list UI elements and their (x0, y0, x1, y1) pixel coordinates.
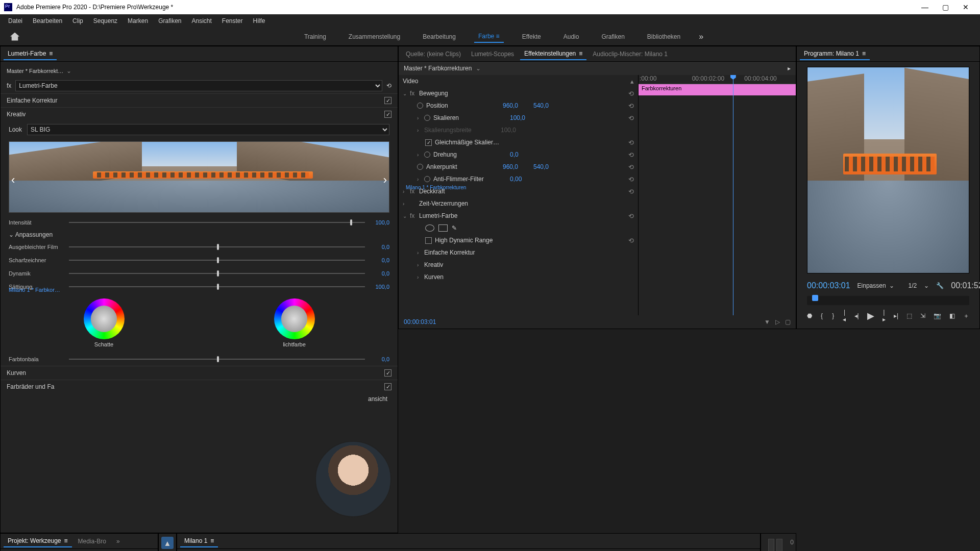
ec-ruler[interactable]: :00:0000:00:02:0000:00:04:00 (639, 75, 796, 84)
close-button[interactable]: ✕ (955, 3, 976, 11)
chevron-down-icon[interactable]: ⌄ (924, 282, 929, 289)
tab-menu-icon[interactable]: ≡ (579, 50, 582, 57)
menu-grafiken[interactable]: Grafiken (153, 15, 186, 27)
ec-clip-bar[interactable]: Farbkorrekturen (639, 84, 796, 95)
timeline-panel: Milano 1≡ 00:00:03:01 ※ ⊂ ▼ ⬣ 🔧 🔒V3▣👁 V1… (177, 533, 761, 551)
program-video[interactable] (807, 67, 969, 273)
menu-bearbeiten[interactable]: Bearbeiten (28, 15, 67, 27)
ws-bibliotheken[interactable]: Bibliotheken (643, 31, 684, 42)
resolution-dropdown[interactable]: 1/2 (909, 282, 917, 289)
checkbox-icon[interactable]: ✓ (384, 111, 391, 118)
menu-ansicht[interactable]: Ansicht (186, 15, 216, 27)
play-icon[interactable]: ▶ (867, 310, 874, 321)
ec-playhead[interactable] (733, 75, 733, 315)
selection-tool-icon[interactable]: ▲ (161, 537, 174, 549)
maximize-button[interactable]: ▢ (935, 3, 955, 11)
button-editor-icon[interactable]: ＋ (963, 312, 969, 320)
ec-collapse-icon[interactable]: ▴ (630, 78, 634, 85)
highlight-wheel[interactable] (274, 298, 315, 339)
ec-clip-label[interactable]: Milano 1 * Farbkorrekturen (404, 47, 468, 328)
step-fwd-icon[interactable]: |▸ (883, 309, 886, 323)
look-dropdown[interactable]: SL BIG (27, 124, 389, 135)
tabs-more-icon[interactable]: » (112, 536, 124, 547)
reset-icon[interactable]: ⟲ (628, 163, 634, 171)
ws-audio[interactable]: Audio (559, 31, 583, 42)
checkbox-icon[interactable]: ✓ (384, 383, 391, 390)
menu-hilfe[interactable]: Hilfe (248, 15, 271, 27)
extract-icon[interactable]: ⇲ (920, 312, 925, 319)
menu-marken[interactable]: Marken (122, 15, 153, 27)
tab-effekteinstellungen[interactable]: Effekteinstellungen≡ (520, 48, 586, 60)
menu-clip[interactable]: Clip (67, 15, 88, 27)
tab-programm[interactable]: Programm: Milano 1≡ (800, 48, 870, 60)
tab-projekt[interactable]: Projekt: Werkzeuge≡ (4, 535, 72, 547)
go-to-out-icon[interactable]: ▸| (894, 312, 898, 319)
tab-sequence[interactable]: Milano 1≡ (180, 535, 218, 547)
fit-dropdown[interactable]: Einpassen (857, 282, 886, 289)
ec-mini-timeline[interactable]: :00:0000:00:02:0000:00:04:00 Farbkorrekt… (639, 75, 796, 315)
tab-menu-icon[interactable]: ≡ (210, 537, 214, 544)
slider[interactable] (69, 273, 365, 274)
tab-menu-icon[interactable]: ≡ (64, 537, 68, 544)
step-back-icon[interactable]: ◂| (854, 312, 859, 319)
ws-training[interactable]: Training (300, 31, 330, 42)
reset-icon[interactable]: ⟲ (628, 114, 634, 122)
ec-play-icon[interactable]: ▸ (788, 65, 791, 72)
reset-icon[interactable]: ⟲ (628, 139, 634, 146)
program-timecode-in[interactable]: 00:00:03:01 (807, 281, 850, 290)
ec-tool-icon[interactable]: ▷ (775, 318, 780, 325)
ws-grafiken[interactable]: Grafiken (597, 31, 628, 42)
menu-fenster[interactable]: Fenster (217, 15, 248, 27)
chevron-down-icon[interactable]: ⌄ (476, 65, 481, 72)
ws-farbe[interactable]: Farbe (474, 31, 504, 43)
menu-sequenz[interactable]: Sequenz (88, 15, 122, 27)
chevron-down-icon[interactable]: ⌄ (889, 282, 894, 289)
reset-icon[interactable]: ⟲ (628, 176, 634, 183)
slider[interactable] (69, 359, 365, 360)
mark-out-icon[interactable]: } (831, 312, 835, 319)
filter-icon[interactable]: ▼ (764, 318, 770, 325)
mark-in-icon[interactable]: { (820, 312, 823, 319)
checkbox-icon[interactable]: ✓ (384, 97, 391, 104)
slider[interactable] (69, 260, 365, 261)
reset-icon[interactable]: ⟲ (628, 237, 634, 244)
ws-effekte[interactable]: Effekte (518, 31, 545, 42)
fx-dropdown[interactable]: Lumetri-Farbe (15, 80, 382, 91)
ansicht-button[interactable]: ansicht (368, 395, 387, 403)
go-to-in-icon[interactable]: |◂ (843, 309, 846, 323)
add-marker-icon[interactable]: ⬣ (807, 312, 812, 319)
reset-icon[interactable]: ⟲ (386, 82, 391, 89)
tab-menu-icon[interactable]: ≡ (862, 50, 866, 57)
chevron-down-icon[interactable]: ⌄ (66, 67, 71, 74)
next-look-icon[interactable]: › (383, 173, 387, 187)
timeline-timecode[interactable]: 00:00:03:01 (177, 549, 760, 551)
ws-bearbeitung[interactable]: Bearbeitung (419, 31, 460, 42)
slider[interactable] (69, 222, 365, 223)
checkbox-icon[interactable]: ✓ (384, 369, 391, 377)
ws-more-icon[interactable]: » (699, 32, 703, 41)
reset-icon[interactable]: ⟲ (628, 102, 634, 110)
menu-datei[interactable]: Datei (3, 15, 28, 27)
tab-media-browser[interactable]: Media-Bro (74, 536, 110, 547)
reset-icon[interactable]: ⟲ (628, 188, 634, 195)
reset-icon[interactable]: ⟲ (628, 90, 634, 97)
ws-zusammenstellung[interactable]: Zusammenstellung (345, 31, 404, 42)
home-icon[interactable] (10, 33, 19, 41)
wrench-icon[interactable]: 🔧 (936, 282, 944, 289)
shadow-wheel[interactable] (84, 298, 125, 339)
ec-tool-icon[interactable]: ▢ (785, 318, 791, 325)
export-frame-icon[interactable]: 📷 (934, 312, 941, 319)
compare-icon[interactable]: ◧ (949, 312, 955, 319)
slider[interactable] (69, 246, 365, 247)
playhead-marker[interactable] (812, 295, 818, 301)
program-scrubber[interactable] (807, 296, 969, 305)
lift-icon[interactable]: ⬚ (906, 312, 912, 319)
tab-audioclip-mischer[interactable]: Audioclip-Mischer: Milano 1 (589, 48, 672, 60)
prev-look-icon[interactable]: ‹ (11, 173, 15, 187)
slider[interactable] (69, 286, 365, 287)
reset-icon[interactable]: ⟲ (628, 212, 634, 220)
program-timecode-out[interactable]: 00:01:52:15 (951, 281, 980, 290)
reset-icon[interactable]: ⟲ (628, 151, 634, 159)
minimize-button[interactable]: — (915, 3, 935, 11)
tab-lumetri-scopes[interactable]: Lumetri-Scopes (467, 48, 518, 60)
